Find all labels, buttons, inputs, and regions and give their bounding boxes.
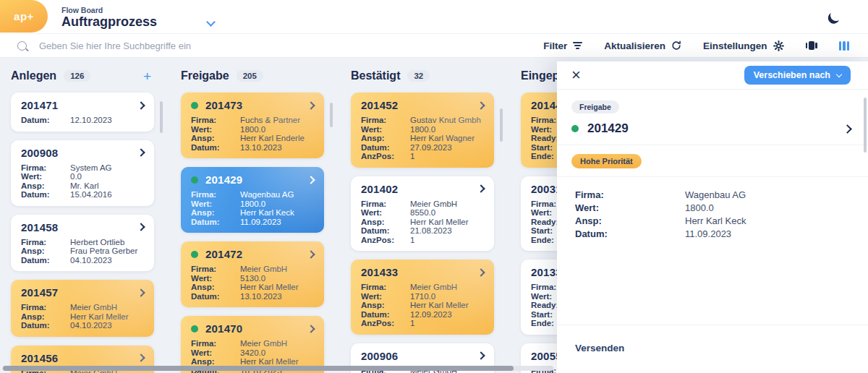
field-value: Meier GmbH: [240, 265, 287, 274]
card-id: 201429: [205, 173, 242, 186]
card-title-row: 201458: [21, 221, 144, 233]
card-field: Ansp:Herr Karl Meller: [361, 301, 484, 310]
field-value: 0.0: [70, 172, 82, 181]
kanban-card[interactable]: 201471Datum:12.10.2023: [11, 93, 154, 132]
column-title: Anlegen: [11, 69, 56, 82]
kanban-card[interactable]: 201473Firma:Fuchs & PartnerWert:1800.0An…: [181, 93, 324, 158]
chevron-right-icon[interactable]: [477, 268, 485, 276]
field-label: Ansp:: [191, 357, 240, 366]
chevron-right-icon[interactable]: [137, 223, 145, 231]
card-title-row: 200906: [361, 350, 484, 362]
field-label: AnzPos:: [361, 319, 410, 328]
card-id: 201472: [205, 248, 242, 260]
panel-scrollbar-thumb[interactable]: [864, 98, 867, 153]
card-field: Ansp:Mr. Karl: [21, 181, 144, 191]
field-value: Fuchs & Partner: [240, 116, 300, 125]
refresh-button[interactable]: Aktualisieren: [604, 40, 681, 51]
chevron-right-icon[interactable]: [307, 250, 315, 258]
card-id: 201473: [205, 99, 242, 111]
chevron-right-icon[interactable]: [843, 124, 852, 134]
card-field: Datum:15.04.2016: [21, 190, 144, 200]
close-icon[interactable]: ×: [571, 67, 581, 83]
kanban-card[interactable]: 201402Firma:Meier GmbHWert:8550.0Ansp:He…: [351, 176, 494, 252]
horizontal-scrollbar-track: [2, 366, 553, 371]
column-freigabe: Freigabe205201473Firma:Fuchs & PartnerWe…: [181, 67, 324, 373]
kanban-card[interactable]: 201457Firma:Meier GmbHAnsp:Herr Karl Mel…: [11, 280, 154, 337]
versenden-button[interactable]: Versenden: [575, 343, 624, 353]
field-label: Wert:: [575, 202, 685, 215]
card-title-row: 201472: [191, 248, 314, 260]
field-label: Firma:: [21, 163, 70, 173]
chevron-right-icon[interactable]: [477, 351, 485, 359]
field-label: AnzPos:: [361, 152, 410, 161]
field-value: 1800.0: [410, 125, 435, 134]
chevron-right-icon[interactable]: [137, 101, 145, 109]
filter-button[interactable]: Filter: [543, 40, 582, 51]
field-value: 3420.0: [240, 348, 265, 358]
logo-text: ap+: [14, 10, 34, 22]
card-field: Wert:1710.0: [361, 292, 484, 301]
field-label: Datum:: [21, 321, 70, 330]
moon-icon[interactable]: [830, 9, 843, 22]
column-view-icon[interactable]: [839, 41, 850, 51]
chevron-right-icon[interactable]: [137, 148, 145, 156]
card-id: 201457: [21, 286, 58, 299]
kanban-card[interactable]: 201429Firma:Wagenbau AGWert:1800.0Ansp:H…: [181, 167, 324, 233]
card-field: Ansp:Herr Karl Meller: [21, 312, 144, 322]
field-value: 11.09.2023: [240, 218, 281, 227]
card-field: Firma:Gustav Knut Gmbh: [361, 116, 484, 125]
priority-badge: Hohe Priorität: [571, 154, 642, 168]
card-title-row: 201429: [191, 173, 314, 186]
column-scrollbar-thumb[interactable]: [500, 108, 503, 142]
field-label: Ansp:: [191, 134, 240, 143]
field-value: Herr Karl Keck: [685, 215, 746, 228]
card-field: Datum:13.10.2023: [191, 292, 314, 301]
chevron-down-icon[interactable]: [206, 17, 216, 27]
kanban-card[interactable]: 201472Firma:Meier GmbHWert:5130.0Ansp:He…: [181, 241, 324, 307]
column-count-badge: 205: [237, 70, 263, 82]
chevron-right-icon[interactable]: [477, 101, 485, 109]
kanban-card[interactable]: 201452Firma:Gustav Knut GmbhWert:1800.0A…: [351, 93, 494, 168]
field-value: 11.09.2023: [685, 228, 731, 241]
search-input[interactable]: [38, 40, 352, 52]
carousel-view-icon[interactable]: [806, 41, 817, 50]
kanban-card[interactable]: 200908Firma:System AGWert:0.0Ansp:Mr. Ka…: [11, 140, 154, 206]
field-value: 1710.0: [410, 292, 435, 301]
column-scrollbar-thumb[interactable]: [330, 103, 333, 127]
chevron-right-icon[interactable]: [137, 288, 145, 296]
field-value: 12.10.2023: [70, 116, 112, 125]
panel-footer: Versenden: [557, 325, 868, 373]
chevron-right-icon[interactable]: [477, 184, 485, 192]
field-label: Datum:: [575, 228, 685, 241]
panel-top-bar: × Verschieben nach: [557, 61, 868, 90]
card-field: Ansp:Herr Karl Wagner: [361, 134, 484, 143]
horizontal-scrollbar-thumb[interactable]: [3, 366, 514, 371]
field-label: Wert:: [191, 348, 240, 358]
card-field: Ansp:Herr Karl Meller: [191, 357, 314, 366]
field-value: Wagenbau AG: [240, 190, 294, 200]
chevron-right-icon[interactable]: [137, 353, 145, 361]
card-field: Firma:Meier GmbH: [361, 200, 484, 209]
settings-button[interactable]: Einstellungen: [703, 40, 784, 51]
field-value: 5130.0: [240, 274, 265, 283]
field-label: AnzPos:: [361, 236, 410, 245]
kanban-card[interactable]: 201458Firma:Herbert OrtliebAnsp:Frau Pet…: [11, 215, 154, 272]
field-label: Ansp:: [361, 134, 410, 143]
settings-label: Einstellungen: [703, 40, 767, 51]
kanban-card[interactable]: 201470Firma:Meier GmbHWert:3420.0Ansp:He…: [181, 316, 324, 373]
chevron-right-icon[interactable]: [307, 325, 315, 333]
card-field: AnzPos:1: [361, 236, 484, 245]
kanban-card[interactable]: 201433Firma:Meier GmbHWert:1710.0Ansp:He…: [351, 260, 494, 335]
column-scrollbar-thumb[interactable]: [160, 101, 163, 133]
add-card-button[interactable]: +: [140, 69, 154, 83]
status-badge: Freigabe: [571, 100, 619, 113]
field-label: Firma:: [361, 116, 410, 125]
card-field: Wert:1800.0: [191, 200, 314, 209]
chevron-right-icon[interactable]: [307, 176, 315, 184]
card-field: Datum:12.10.2023: [21, 116, 144, 125]
chevron-right-icon[interactable]: [307, 101, 315, 109]
field-label: Ansp:: [21, 181, 70, 191]
card-field: Datum:27.09.2023: [361, 143, 484, 153]
card-field: Ansp:Herr Karl Meller: [361, 218, 484, 227]
move-to-button[interactable]: Verschieben nach: [744, 66, 851, 85]
